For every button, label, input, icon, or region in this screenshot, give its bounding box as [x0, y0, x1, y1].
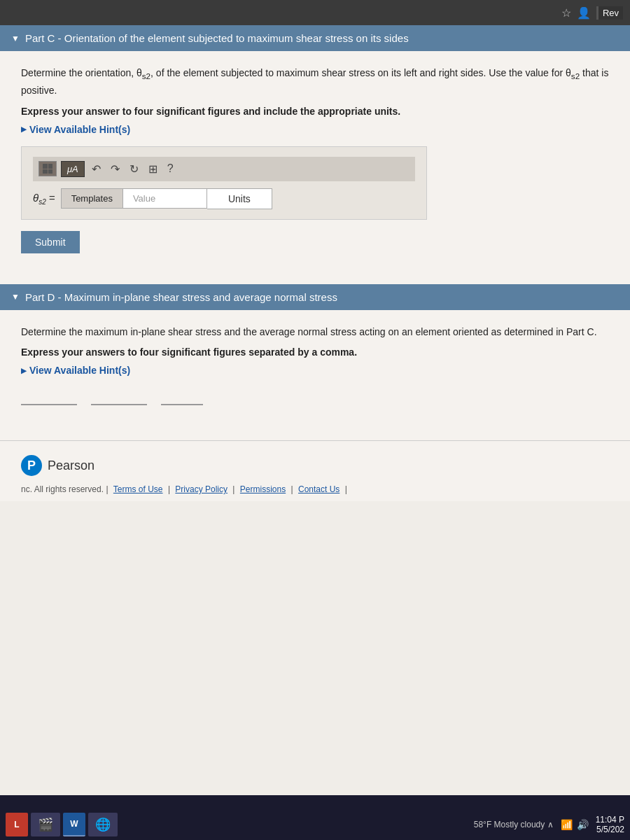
volume-icon[interactable]: 🔊 [577, 819, 589, 830]
taskbar-app-media[interactable]: 🎬 [31, 813, 60, 836]
part-d-header[interactable]: ▼ Part D - Maximum in-plane shear stress… [0, 284, 630, 310]
part-c-hint-section: View Available Hint(s) [21, 124, 609, 135]
footer-sep-2: | [166, 484, 173, 494]
taskbar-app-l[interactable]: L [6, 813, 28, 836]
part-d-body: Determine the maximum in-plane shear str… [0, 310, 630, 440]
refresh-button[interactable]: ↻ [127, 161, 141, 177]
taskbar-app-word[interactable]: W [63, 813, 85, 836]
footer-links: nc. All rights reserved. | Terms of Use … [21, 484, 609, 494]
profile-icon[interactable]: 👤 [577, 6, 591, 20]
pearson-logo: P Pearson [21, 455, 609, 476]
taskbar: L 🎬 W 🌐 58°F Mostly cloudy ∧ 📶 🔊 11:04 P… [0, 809, 630, 840]
footer-sep-3: | [230, 484, 237, 494]
part-c-body: Determine the orientation, θs2, of the e… [0, 51, 630, 284]
part-d-title: Part D - Maximum in-plane shear stress a… [25, 291, 619, 303]
taskbar-app-browser[interactable]: 🌐 [88, 813, 118, 836]
contact-link[interactable]: Contact Us [298, 484, 340, 494]
taskbar-clock[interactable]: 11:04 P 5/5/202 [596, 815, 624, 834]
part-d-problem-text: Determine the maximum in-plane shear str… [21, 324, 609, 340]
part-c-hint-link[interactable]: View Available Hint(s) [21, 124, 609, 135]
value-input-field[interactable]: Value [123, 188, 207, 209]
part-c-title: Part C - Orientation of the element subj… [25, 32, 619, 44]
redo-button[interactable]: ↷ [108, 161, 122, 177]
undo-button[interactable]: ↶ [89, 161, 104, 177]
pearson-brand-name: Pearson [48, 458, 94, 473]
part-c-input-row: θs2 = Templates Value Units [33, 188, 415, 209]
network-icon[interactable]: 📶 [561, 819, 573, 830]
help-button[interactable]: ? [164, 161, 176, 176]
privacy-link[interactable]: Privacy Policy [175, 484, 227, 494]
footer-sep-4: | [288, 484, 295, 494]
part-c-problem-text: Determine the orientation, θs2, of the e… [21, 65, 609, 99]
permissions-link[interactable]: Permissions [240, 484, 286, 494]
footer-copyright: nc. All rights reserved. [21, 484, 104, 494]
units-field: Units [207, 188, 272, 209]
part-c-collapse-arrow[interactable]: ▼ [11, 34, 20, 43]
templates-button[interactable]: Templates [61, 188, 123, 209]
clock-time: 11:04 P [596, 815, 624, 825]
weather-text: 58°F Mostly cloudy [474, 820, 545, 830]
weather-arrow-icon: ∧ [547, 820, 554, 830]
part-d-collapse-arrow[interactable]: ▼ [11, 292, 20, 302]
mu-label: μA [67, 164, 78, 174]
pearson-p-logo: P [21, 455, 42, 476]
part-c-toolbar: μA ↶ ↷ ↻ ⊞ ? [33, 157, 415, 181]
pearson-footer: P Pearson nc. All rights reserved. | Ter… [0, 440, 630, 501]
keyboard-button[interactable]: ⊞ [146, 161, 160, 177]
grid-toggle-button[interactable] [38, 161, 57, 176]
value-placeholder: Value [133, 193, 155, 204]
mu-button[interactable]: μA [61, 161, 85, 177]
main-content: ▼ Part C - Orientation of the element su… [0, 25, 630, 795]
part-d-instruction: Express your answers to four significant… [21, 346, 609, 358]
taskbar-system-icons: 📶 🔊 [561, 819, 589, 830]
part-c-header[interactable]: ▼ Part C - Orientation of the element su… [0, 25, 630, 51]
part-c-instruction: Express your answer to four significant … [21, 106, 609, 117]
rev-label: Rev [596, 6, 623, 20]
part-d-answer-area [21, 390, 609, 405]
terms-link[interactable]: Terms of Use [113, 484, 163, 494]
footer-sep-1: | [104, 484, 111, 494]
part-c-answer-box: μA ↶ ↷ ↻ ⊞ ? θs2 = Templates Value Units [21, 146, 427, 220]
part-c-variable-label: θs2 = [33, 192, 55, 206]
browser-bar: ☆ 👤 Rev [0, 0, 630, 25]
submit-button[interactable]: Submit [21, 231, 80, 253]
star-icon[interactable]: ☆ [561, 6, 571, 20]
clock-date: 5/5/202 [596, 825, 624, 834]
footer-sep-5: | [342, 484, 346, 494]
taskbar-right: 58°F Mostly cloudy ∧ 📶 🔊 11:04 P 5/5/202 [474, 815, 624, 834]
part-d-hint-section: View Available Hint(s) [21, 365, 609, 376]
part-d-hint-link[interactable]: View Available Hint(s) [21, 365, 609, 376]
taskbar-weather: 58°F Mostly cloudy ∧ [474, 820, 554, 830]
